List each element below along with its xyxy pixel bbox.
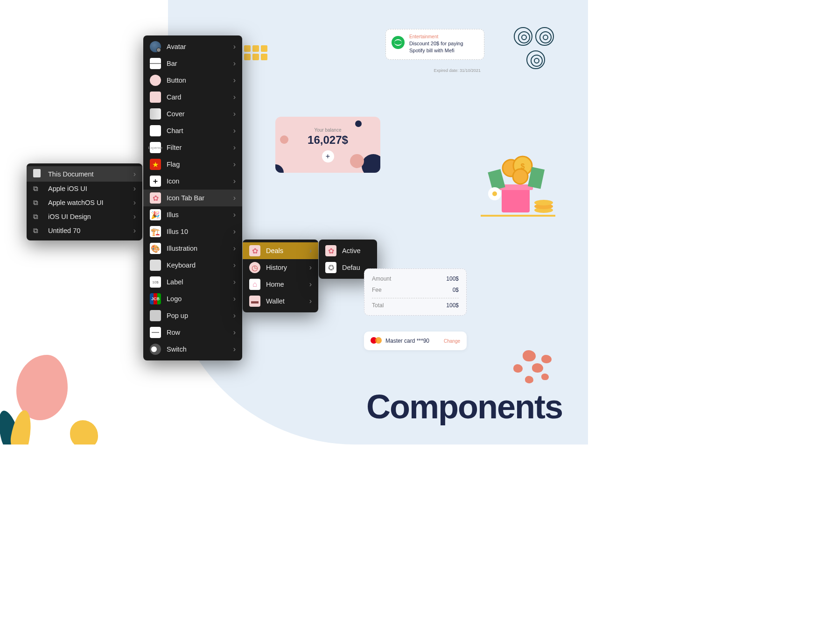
plus-icon: ＋ [150,176,161,187]
menu-item-filter[interactable]: ExpenseFilter› [143,139,242,156]
blob-decoration [70,420,98,444]
menu-item-row[interactable]: Row› [143,324,242,341]
link-icon: ⧉ [33,185,42,193]
menu-label: Bar [167,60,177,67]
menu-item-keyboard[interactable]: Keyboard› [143,257,242,274]
menu-item-this-document[interactable]: This Document › [27,166,142,182]
menu-label: Icon Tab Bar [167,194,204,202]
notification-text: Discount 20$ for paying Spotify bill wit… [409,40,478,55]
menu-item-apple-watchos[interactable]: ⧉ Apple watchOS UI › [27,196,142,210]
menu-item-history[interactable]: ◷History› [243,259,318,276]
menu-label: History [266,264,287,271]
menu-label: Cover [167,110,185,118]
chevron-right-icon: › [233,59,236,68]
balance-label: Your balance [314,127,341,133]
svg-rect-7 [488,169,505,190]
components-menu: Avatar› Bar› Button› Card› Cover› Chart›… [143,35,242,360]
menu-label: Active [342,247,361,254]
chevron-right-icon: › [233,76,236,85]
chevron-right-icon: › [233,177,236,185]
chevron-right-icon: › [309,247,312,255]
menu-item-home[interactable]: ⌂Home› [243,276,318,293]
chevron-right-icon: › [233,110,236,118]
menu-item-active[interactable]: ✿Active [319,242,377,259]
chevron-right-icon: › [133,184,136,193]
wallet-icon: ▬ [249,296,260,307]
chevron-right-icon: › [309,297,312,305]
menu-item-ios-design[interactable]: ⧉ iOS UI Design › [27,210,142,224]
menu-item-avatar[interactable]: Avatar› [143,38,242,55]
money-illustration: $ [476,149,560,219]
menu-label: Apple watchOS UI [48,199,103,206]
chevron-right-icon: › [233,278,236,286]
menu-item-apple-ios[interactable]: ⧉ Apple iOS UI › [27,182,142,196]
jcb-icon: JCB [150,293,161,304]
total-label: Total [372,302,384,309]
menu-label: Flag [167,161,180,168]
menu-item-illus[interactable]: 🎉Illus› [143,206,242,223]
menu-label: Icon [167,177,179,185]
menu-item-illus-10[interactable]: 🏗️Illus 10› [143,223,242,240]
payment-card-row[interactable]: Master card ***90 Change [364,332,467,350]
menu-item-popup[interactable]: Pop up› [143,307,242,324]
chart-icon [150,125,161,136]
spotify-icon [392,36,405,49]
menu-label: Row [167,329,180,336]
flower-icon: ✿ [325,245,336,256]
menu-label: Label [167,278,183,286]
menu-item-untitled[interactable]: ⧉ Untitled 70 › [27,224,142,238]
menu-label: Card [167,93,181,101]
menu-item-cover[interactable]: Cover› [143,106,242,122]
chevron-right-icon: › [233,42,236,51]
menu-label: Filter [167,144,182,151]
menu-item-logo[interactable]: JCBLogo› [143,290,242,307]
fee-summary-card: Amount100$ Fee0$ Total100$ [364,268,467,316]
chevron-right-icon: › [309,280,312,289]
menu-item-icon-tab-bar[interactable]: ✿Icon Tab Bar› [143,190,242,206]
menu-item-button[interactable]: Button› [143,72,242,89]
menu-label: Defau [342,264,360,271]
chevron-right-icon: › [233,227,236,236]
add-balance-button[interactable]: + [322,150,334,162]
notification-category: Entertainment [409,34,478,39]
menu-item-wallet[interactable]: ▬Wallet› [243,293,318,310]
menu-label: Logo [167,295,182,303]
menu-item-card[interactable]: Card› [143,89,242,106]
menu-item-illustration[interactable]: 🎨Illustration› [143,240,242,257]
menu-item-flag[interactable]: ★Flag› [143,156,242,173]
menu-item-bar[interactable]: Bar› [143,55,242,72]
flag-icon: ★ [150,159,161,170]
amount-label: Amount [372,275,391,282]
chevron-right-icon: › [233,244,236,253]
chevron-right-icon: › [233,311,236,320]
button-icon [150,75,161,86]
link-icon: ⧉ [33,213,42,221]
change-card-button[interactable]: Change [444,339,460,344]
menu-item-deals[interactable]: ✿Deals› [243,242,318,259]
chevron-right-icon: › [133,212,136,221]
menu-label: Apple iOS UI [48,185,87,192]
chevron-right-icon: › [233,160,236,169]
swirl-decoration [512,26,555,72]
menu-label: Illus [167,211,179,219]
popup-icon [150,310,161,321]
illus10-icon: 🏗️ [150,226,161,237]
menu-item-label[interactable]: 10$Label› [143,274,242,290]
menu-label: Illus 10 [167,228,188,235]
chevron-right-icon: › [233,127,236,135]
avatar-icon [150,41,161,52]
label-icon: 10$ [150,276,161,288]
svg-point-13 [492,191,497,196]
menu-label: Button [167,77,186,84]
page-title: Components [366,388,562,426]
menu-item-switch[interactable]: Switch› [143,341,242,358]
flower-icon: ✿ [150,192,161,204]
fee-value: 0$ [453,287,459,293]
menu-label: Avatar [167,43,186,50]
menu-item-icon[interactable]: ＋Icon› [143,173,242,190]
link-icon: ⧉ [33,227,42,235]
menu-item-chart[interactable]: Chart› [143,122,242,139]
chevron-right-icon: › [133,198,136,207]
chevron-right-icon: › [309,263,312,272]
illustration-icon: 🎨 [150,243,161,254]
